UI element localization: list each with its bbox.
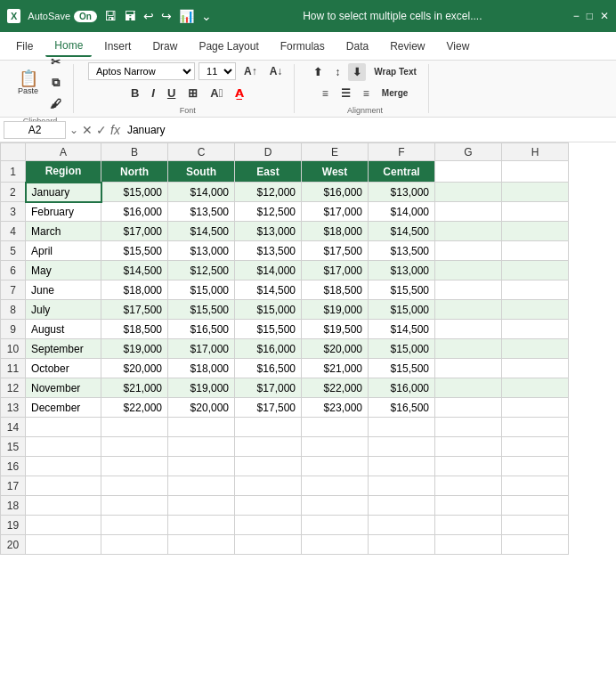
- empty-cell[interactable]: [502, 457, 569, 476]
- east-cell[interactable]: $16,000: [235, 339, 302, 359]
- west-cell[interactable]: $21,000: [302, 359, 369, 378]
- south-cell[interactable]: $17,000: [168, 339, 235, 359]
- empty-cell[interactable]: [435, 457, 502, 476]
- empty-g3[interactable]: [435, 202, 502, 222]
- font-selector[interactable]: Aptos Narrow: [88, 62, 195, 80]
- month-cell[interactable]: September: [26, 339, 101, 359]
- north-cell[interactable]: $20,000: [101, 359, 168, 378]
- empty-cell[interactable]: [26, 437, 101, 457]
- empty-cell[interactable]: [435, 535, 502, 555]
- empty-cell[interactable]: [502, 476, 569, 496]
- redo-icon[interactable]: ↪: [161, 9, 172, 23]
- south-cell[interactable]: $13,500: [168, 202, 235, 222]
- empty-cell[interactable]: [101, 476, 168, 496]
- col-header-c[interactable]: C: [168, 143, 235, 161]
- west-cell[interactable]: $17,500: [302, 241, 369, 261]
- empty-cell[interactable]: [26, 516, 101, 535]
- empty-cell[interactable]: [168, 496, 235, 516]
- empty-h10[interactable]: [502, 339, 569, 359]
- empty-cell[interactable]: [235, 476, 302, 496]
- east-cell[interactable]: $13,000: [235, 222, 302, 241]
- east-cell[interactable]: $14,500: [235, 280, 302, 300]
- border-button[interactable]: ⊞: [183, 84, 202, 102]
- south-cell[interactable]: $12,500: [168, 261, 235, 280]
- north-cell[interactable]: $17,500: [101, 300, 168, 320]
- col-header-g[interactable]: G: [435, 143, 502, 161]
- central-cell[interactable]: $14,000: [369, 202, 435, 222]
- south-cell[interactable]: $15,000: [168, 280, 235, 300]
- south-cell[interactable]: $14,500: [168, 222, 235, 241]
- menu-review[interactable]: Review: [381, 37, 434, 56]
- wrap-text-button[interactable]: Wrap Text: [369, 64, 420, 79]
- merge-button[interactable]: Merge: [377, 85, 412, 101]
- empty-cell[interactable]: [101, 457, 168, 476]
- east-cell[interactable]: $15,500: [235, 320, 302, 339]
- south-cell[interactable]: $20,000: [168, 398, 235, 418]
- empty-cell[interactable]: [302, 476, 369, 496]
- empty-g8[interactable]: [435, 300, 502, 320]
- east-cell[interactable]: $14,000: [235, 261, 302, 280]
- increase-font-button[interactable]: A↑: [239, 62, 262, 80]
- west-cell[interactable]: $19,500: [302, 320, 369, 339]
- empty-cell[interactable]: [435, 437, 502, 457]
- central-cell[interactable]: $15,500: [369, 359, 435, 378]
- empty-h12[interactable]: [502, 378, 569, 398]
- col-header-b[interactable]: B: [101, 143, 168, 161]
- spreadsheet-container[interactable]: A B C D E F G H 1 Region North South Ea: [0, 142, 616, 691]
- north-cell[interactable]: $19,000: [101, 339, 168, 359]
- empty-h13[interactable]: [502, 398, 569, 418]
- empty-cell[interactable]: [101, 418, 168, 437]
- empty-cell[interactable]: [101, 496, 168, 516]
- north-cell[interactable]: $18,000: [101, 280, 168, 300]
- empty-h8[interactable]: [502, 300, 569, 320]
- insert-function-icon[interactable]: fx: [110, 123, 120, 137]
- month-cell[interactable]: April: [26, 241, 101, 261]
- south-cell[interactable]: $16,500: [168, 320, 235, 339]
- empty-cell[interactable]: [26, 418, 101, 437]
- empty-cell[interactable]: [502, 535, 569, 555]
- central-cell[interactable]: $13,000: [369, 261, 435, 280]
- empty-cell[interactable]: [302, 437, 369, 457]
- autosave-toggle[interactable]: On: [74, 11, 97, 22]
- empty-h1[interactable]: [502, 161, 569, 183]
- west-cell[interactable]: $20,000: [302, 339, 369, 359]
- north-cell[interactable]: $21,000: [101, 378, 168, 398]
- empty-h5[interactable]: [502, 241, 569, 261]
- month-cell[interactable]: October: [26, 359, 101, 378]
- month-cell[interactable]: July: [26, 300, 101, 320]
- central-cell[interactable]: $14,500: [369, 320, 435, 339]
- west-cell[interactable]: $22,000: [302, 378, 369, 398]
- empty-g7[interactable]: [435, 280, 502, 300]
- empty-h2[interactable]: [502, 183, 569, 202]
- confirm-formula-icon[interactable]: ✓: [96, 123, 107, 137]
- west-cell[interactable]: $19,000: [302, 300, 369, 320]
- empty-h7[interactable]: [502, 280, 569, 300]
- empty-cell[interactable]: [168, 437, 235, 457]
- central-cell[interactable]: $14,500: [369, 222, 435, 241]
- col-header-d[interactable]: D: [235, 143, 302, 161]
- central-cell[interactable]: $15,000: [369, 339, 435, 359]
- west-cell[interactable]: $18,000: [302, 222, 369, 241]
- minimize-icon[interactable]: −: [573, 10, 580, 22]
- empty-g1[interactable]: [435, 161, 502, 183]
- empty-g9[interactable]: [435, 320, 502, 339]
- west-cell[interactable]: $16,000: [302, 183, 369, 202]
- month-cell[interactable]: January: [26, 183, 101, 202]
- east-cell[interactable]: $17,000: [235, 378, 302, 398]
- underline-button[interactable]: U: [163, 84, 180, 102]
- cell-reference-input[interactable]: [4, 121, 66, 139]
- empty-cell[interactable]: [26, 457, 101, 476]
- empty-cell[interactable]: [502, 516, 569, 535]
- menu-formulas[interactable]: Formulas: [272, 37, 334, 56]
- empty-cell[interactable]: [435, 476, 502, 496]
- empty-cell[interactable]: [235, 418, 302, 437]
- chart-icon[interactable]: 📊: [179, 9, 194, 23]
- toolbar-icon-2[interactable]: 🖬: [124, 9, 136, 23]
- east-cell[interactable]: $16,500: [235, 359, 302, 378]
- copy-button[interactable]: ⧉: [45, 73, 66, 93]
- empty-h6[interactable]: [502, 261, 569, 280]
- empty-g11[interactable]: [435, 359, 502, 378]
- align-top-button[interactable]: ⬆: [309, 63, 327, 81]
- empty-cell[interactable]: [101, 535, 168, 555]
- month-cell[interactable]: December: [26, 398, 101, 418]
